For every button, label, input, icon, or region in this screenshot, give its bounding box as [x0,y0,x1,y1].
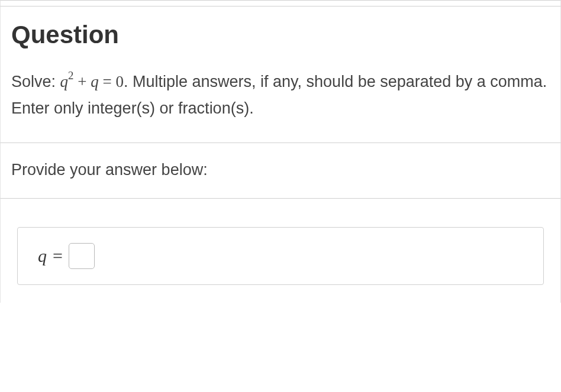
question-text: Solve: q2 + q = 0. Multiple answers, if … [11,68,550,121]
top-divider [0,0,561,7]
answer-equals: = [53,246,63,266]
equation-rhs: = 0 [99,73,124,90]
question-heading: Question [11,21,550,49]
answer-prompt: Provide your answer below: [11,161,550,179]
equation-var1: q [60,73,69,90]
equation-exponent: 2 [68,69,73,82]
equation-plus: + [74,73,91,90]
question-container: Question Solve: q2 + q = 0. Multiple ans… [0,0,561,392]
answer-input-section: q = [0,199,561,303]
equation-var2: q [91,73,99,90]
question-section: Question Solve: q2 + q = 0. Multiple ans… [0,7,561,143]
question-prefix: Solve: [11,73,60,90]
answer-input[interactable] [69,243,95,269]
answer-prompt-section: Provide your answer below: [0,143,561,199]
answer-box: q = [17,227,544,285]
answer-variable: q [38,246,47,266]
